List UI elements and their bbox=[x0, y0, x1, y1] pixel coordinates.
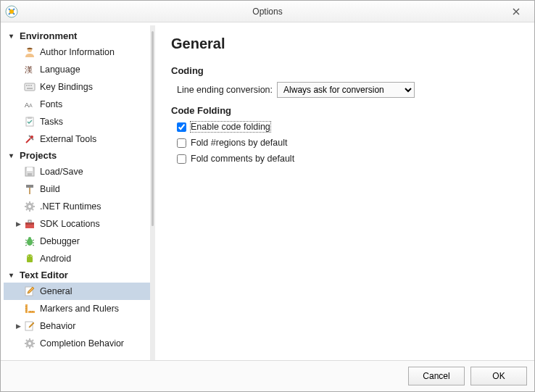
fold-regions-label: Fold #regions by default bbox=[191, 138, 287, 148]
tools-icon bbox=[24, 133, 36, 145]
tree-item-label: Load/Save bbox=[40, 167, 83, 177]
tree-item-android[interactable]: Android bbox=[4, 250, 150, 267]
app-icon bbox=[5, 5, 18, 18]
android-icon bbox=[24, 253, 36, 264]
svg-rect-8 bbox=[27, 88, 33, 89]
tree-item-label: Markers and Rulers bbox=[40, 304, 119, 314]
tree-item-label: SDK Locations bbox=[40, 219, 100, 229]
fold-comments-checkbox[interactable] bbox=[177, 154, 186, 164]
keybindings-icon bbox=[24, 81, 36, 93]
svg-rect-4 bbox=[25, 83, 35, 91]
tree-item-completion-behavior[interactable]: Completion Behavior bbox=[4, 335, 150, 352]
category-label: Environment bbox=[20, 30, 77, 41]
svg-point-1 bbox=[9, 9, 14, 14]
tree-item-build[interactable]: Build bbox=[4, 180, 150, 198]
cancel-button[interactable]: Cancel bbox=[408, 367, 465, 385]
tasks-icon bbox=[24, 116, 36, 128]
svg-rect-6 bbox=[28, 85, 30, 86]
svg-rect-17 bbox=[29, 188, 30, 194]
line-ending-select[interactable]: Always ask for conversion bbox=[277, 82, 415, 98]
svg-text:A: A bbox=[29, 103, 33, 108]
tree-item-tasks[interactable]: Tasks bbox=[4, 113, 150, 130]
tree-item-language[interactable]: 漢 Language bbox=[4, 61, 150, 78]
category-tree[interactable]: ▾ Environment Author Information 漢 Langu… bbox=[1, 25, 150, 360]
svg-rect-12 bbox=[28, 117, 32, 119]
tree-item-debugger[interactable]: Debugger bbox=[4, 233, 150, 250]
svg-rect-18 bbox=[26, 185, 33, 188]
disk-icon bbox=[24, 166, 36, 178]
author-icon bbox=[24, 46, 36, 58]
tree-item-behavior[interactable]: ▶ Behavior bbox=[4, 317, 150, 335]
expand-arrow-icon: ▾ bbox=[9, 151, 18, 159]
tree-item-label: Tasks bbox=[40, 117, 63, 127]
page-heading: General bbox=[171, 36, 521, 52]
tree-item-label: Completion Behavior bbox=[40, 338, 124, 349]
row-enable-folding: Enable code folding bbox=[177, 122, 521, 132]
chevron-right-icon: ▶ bbox=[14, 220, 22, 228]
fold-regions-checkbox[interactable] bbox=[177, 138, 186, 148]
dialog-body: ▾ Environment Author Information 漢 Langu… bbox=[1, 22, 534, 360]
toolbox-icon bbox=[24, 218, 36, 230]
tree-item-net-runtimes[interactable]: .NET Runtimes bbox=[4, 198, 150, 215]
tree-item-markers-rulers[interactable]: Markers and Rulers bbox=[4, 300, 150, 317]
svg-point-20 bbox=[28, 205, 31, 208]
language-icon: 漢 bbox=[24, 64, 36, 75]
section-coding: Coding bbox=[171, 65, 521, 76]
svg-point-13 bbox=[30, 135, 33, 138]
gear-icon bbox=[24, 201, 36, 212]
svg-rect-15 bbox=[27, 167, 33, 171]
category-environment[interactable]: ▾ Environment bbox=[4, 28, 150, 43]
ok-button[interactable]: OK bbox=[470, 367, 527, 385]
options-window: Options ▾ Environment Author Information… bbox=[0, 0, 535, 392]
behavior-icon bbox=[24, 320, 36, 332]
splitter[interactable] bbox=[150, 25, 155, 360]
category-label: Projects bbox=[20, 150, 57, 161]
tree-item-key-bindings[interactable]: Key Bindings bbox=[4, 78, 150, 96]
section-code-folding: Code Folding bbox=[171, 105, 521, 116]
gear-icon bbox=[24, 338, 36, 349]
tree-item-label: Build bbox=[40, 184, 60, 194]
tree-item-author-information[interactable]: Author Information bbox=[4, 43, 150, 61]
enable-folding-label: Enable code folding bbox=[191, 122, 270, 132]
tree-item-label: Android bbox=[40, 254, 71, 264]
content-panel: General Coding Line ending conversion: A… bbox=[155, 25, 534, 360]
category-label: Text Editor bbox=[20, 270, 68, 280]
window-title: Options bbox=[1, 7, 534, 17]
row-line-ending: Line ending conversion: Always ask for c… bbox=[177, 82, 521, 98]
hammer-icon bbox=[24, 183, 36, 195]
tree-item-label: External Tools bbox=[40, 134, 96, 144]
edit-icon bbox=[24, 285, 36, 297]
dialog-footer: Cancel OK bbox=[1, 360, 534, 391]
close-button[interactable] bbox=[501, 4, 531, 19]
tree-item-sdk-locations[interactable]: ▶ SDK Locations bbox=[4, 215, 150, 233]
category-text-editor[interactable]: ▾ Text Editor bbox=[4, 267, 150, 283]
titlebar: Options bbox=[1, 1, 534, 22]
svg-point-28 bbox=[30, 256, 31, 257]
tree-item-fonts[interactable]: AA Fonts bbox=[4, 96, 150, 113]
expand-arrow-icon: ▾ bbox=[9, 271, 18, 279]
tree-item-label: Language bbox=[40, 64, 80, 75]
row-fold-comments: Fold comments by default bbox=[177, 154, 521, 164]
chevron-right-icon: ▶ bbox=[14, 322, 22, 330]
tree-item-external-tools[interactable]: External Tools bbox=[4, 130, 150, 148]
tree-item-label: Behavior bbox=[40, 321, 75, 331]
tree-item-label: Fonts bbox=[40, 99, 62, 109]
category-projects[interactable]: ▾ Projects bbox=[4, 148, 150, 163]
tree-item-label: .NET Runtimes bbox=[40, 201, 101, 212]
svg-rect-26 bbox=[27, 257, 33, 262]
enable-folding-checkbox[interactable] bbox=[177, 122, 186, 132]
line-ending-label: Line ending conversion: bbox=[177, 85, 273, 95]
close-icon bbox=[513, 8, 520, 15]
svg-text:漢: 漢 bbox=[25, 65, 33, 74]
svg-rect-5 bbox=[26, 85, 28, 86]
tree-item-general[interactable]: General bbox=[4, 283, 150, 300]
tree-item-label: Key Bindings bbox=[40, 82, 93, 92]
svg-point-25 bbox=[28, 237, 31, 240]
tree-item-label: Author Information bbox=[40, 47, 115, 57]
tree-item-load-save[interactable]: Load/Save bbox=[4, 163, 150, 180]
svg-point-27 bbox=[28, 256, 28, 257]
fold-comments-label: Fold comments by default bbox=[191, 154, 294, 164]
expand-arrow-icon: ▾ bbox=[9, 32, 18, 40]
tree-item-label: General bbox=[40, 286, 72, 296]
bug-icon bbox=[24, 235, 36, 247]
